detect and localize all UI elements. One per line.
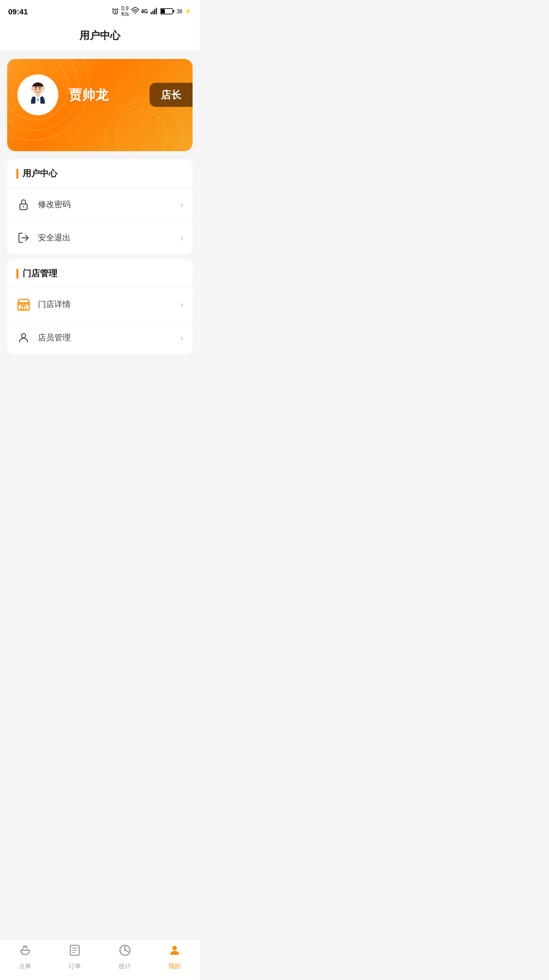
store-details-label: 门店详情	[38, 299, 180, 310]
section-accent-store	[16, 269, 18, 279]
page-header: 用户中心	[0, 23, 200, 51]
section-header-store: 门店管理	[7, 259, 193, 288]
user-center-section: 用户中心 修改密码 › 安全退出	[7, 159, 193, 254]
svg-rect-8	[161, 9, 165, 14]
signal-bars-icon	[150, 7, 158, 15]
avatar	[17, 74, 58, 115]
store-management-section: 门店管理 门店详情 ›	[7, 259, 193, 354]
svg-point-21	[22, 334, 26, 338]
menu-item-staff-management[interactable]: 店员管理 ›	[7, 321, 193, 354]
main-content: 贾帅龙 店长 用户中心 修改密码 ›	[0, 59, 200, 405]
section-title-user: 用户中心	[23, 168, 57, 179]
profile-card-inner: 贾帅龙 店长	[7, 59, 193, 131]
role-badge: 店长	[150, 83, 193, 107]
network-speed: 0.9K/s	[121, 6, 129, 17]
charging-icon: ⚡	[184, 8, 192, 15]
user-icon	[16, 331, 31, 345]
svg-rect-3	[153, 11, 154, 14]
change-password-label: 修改密码	[38, 199, 180, 210]
svg-rect-2	[151, 12, 152, 14]
menu-item-safe-logout[interactable]: 安全退出 ›	[7, 221, 193, 254]
section-title-store: 门店管理	[23, 268, 57, 279]
svg-point-16	[23, 206, 25, 208]
battery-icon	[160, 7, 175, 15]
page-title: 用户中心	[79, 30, 120, 41]
svg-point-10	[31, 87, 33, 90]
menu-item-change-password[interactable]: 修改密码 ›	[7, 188, 193, 221]
svg-point-14	[39, 89, 41, 90]
safe-logout-label: 安全退出	[38, 233, 180, 243]
status-time: 09:41	[8, 7, 28, 16]
svg-point-11	[43, 87, 45, 90]
battery-percent: 38	[177, 9, 182, 14]
svg-rect-5	[156, 8, 157, 14]
staff-management-label: 店员管理	[38, 333, 180, 343]
svg-rect-12	[36, 93, 40, 97]
svg-rect-7	[173, 10, 174, 13]
svg-rect-4	[154, 9, 155, 14]
user-name: 贾帅龙	[69, 86, 109, 104]
menu-item-store-details[interactable]: 门店详情 ›	[7, 288, 193, 321]
arrow-icon-4: ›	[180, 333, 183, 343]
profile-card: 贾帅龙 店长	[7, 59, 193, 151]
logout-icon	[16, 231, 31, 245]
svg-point-1	[135, 13, 136, 14]
avatar-image	[23, 79, 53, 110]
lock-icon	[16, 197, 31, 212]
arrow-icon-2: ›	[180, 233, 183, 243]
store-icon	[16, 297, 31, 312]
status-icons: 0.9K/s 4G 38 ⚡	[111, 6, 192, 17]
arrow-icon: ›	[180, 199, 183, 210]
status-bar: 09:41 0.9K/s 4G 38 ⚡	[0, 0, 200, 23]
wifi-icon	[131, 7, 139, 15]
section-accent	[16, 169, 18, 179]
arrow-icon-3: ›	[180, 299, 183, 310]
alarm-icon	[111, 7, 119, 15]
svg-point-13	[35, 89, 37, 90]
signal-4g: 4G	[141, 9, 148, 14]
section-header-user: 用户中心	[7, 159, 193, 188]
